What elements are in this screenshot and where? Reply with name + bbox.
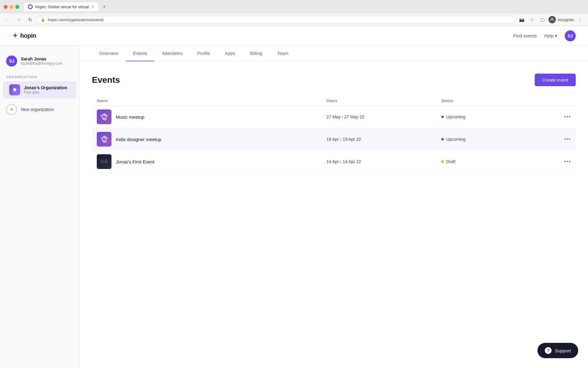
event-name-cell: Jonas's First Event <box>97 154 326 169</box>
address-bar[interactable]: 🔒 hopin.com/organizations/events <box>37 16 515 24</box>
table-header: Name Dates Status <box>92 96 576 106</box>
hopin-logo[interactable]: ✦ hopin <box>12 32 36 40</box>
table-row[interactable]: Jonas's First Event 14 Apr › 14 Apr 22 D… <box>92 151 576 173</box>
event-thumbnail-purple: 👻 <box>97 132 111 147</box>
browser-toolbar: ← → ↻ 🔒 hopin.com/organizations/events 📷… <box>0 13 588 26</box>
split-view-button[interactable]: ▢ <box>538 15 547 24</box>
tab-attendees[interactable]: Attendees <box>154 46 190 61</box>
events-table: Name Dates Status 👻 Music meetup <box>92 96 576 173</box>
sidebar-user: SJ Sarah Jonas 81d49065@moodjoy.com <box>0 52 79 73</box>
event-name: Music meetup <box>116 114 144 120</box>
status-dot-draft <box>441 160 444 163</box>
camera-off-button[interactable]: 📷 <box>517 15 526 24</box>
new-org-plus-icon: + <box>6 104 17 115</box>
events-title: Events <box>92 75 120 85</box>
browser-actions: 📷 ☆ ▢ Incognito ⋮ <box>517 15 584 24</box>
forward-button[interactable]: → <box>15 15 23 24</box>
tab-events[interactable]: Events <box>126 46 155 61</box>
event-more-button[interactable]: ••• <box>556 159 571 165</box>
event-name: Jonas's First Event <box>116 159 154 164</box>
create-event-button[interactable]: Create event <box>535 74 576 86</box>
close-dot[interactable] <box>4 5 8 9</box>
sidebar-user-avatar: SJ <box>6 56 17 67</box>
browser-dots <box>4 5 19 9</box>
new-organization-button[interactable]: + New organization <box>0 101 79 118</box>
event-more-button[interactable]: ••• <box>556 114 571 120</box>
sidebar-org-info: Jonas's Organization Free plan <box>24 85 67 94</box>
event-status: Upcoming <box>441 114 556 119</box>
reload-button[interactable]: ↻ <box>26 15 34 24</box>
status-text: Draft <box>446 159 455 164</box>
sidebar-user-info: Sarah Jonas 81d49065@moodjoy.com <box>21 56 62 66</box>
table-row[interactable]: 👻 Indie designer meetup 19 Apr › 19 Apr … <box>92 128 576 151</box>
support-button[interactable]: ? Support <box>537 343 578 358</box>
sidebar: SJ Sarah Jonas 81d49065@moodjoy.com ORGA… <box>0 46 80 368</box>
event-thumbnail: 👻 <box>97 109 111 124</box>
sidebar-org-item[interactable]: Jonas's Organization Free plan <box>3 81 76 98</box>
event-dates: 27 May › 27 May 22 <box>326 114 441 119</box>
event-dates: 14 Apr › 14 Apr 22 <box>326 159 441 164</box>
help-button[interactable]: Help ▾ <box>544 33 557 39</box>
svg-point-0 <box>29 5 32 8</box>
back-button[interactable]: ← <box>4 15 12 24</box>
address-text: hopin.com/organizations/events <box>48 17 104 22</box>
col-header-name: Name <box>97 98 326 103</box>
status-dot-upcoming <box>441 116 444 118</box>
hopin-logo-text: hopin <box>20 32 36 39</box>
org-icon <box>9 84 20 95</box>
sidebar-user-email: 81d49065@moodjoy.com <box>21 61 62 66</box>
tab-favicon <box>28 4 33 9</box>
minimize-dot[interactable] <box>9 5 13 9</box>
new-org-label: New organization <box>21 107 54 112</box>
tab-team[interactable]: Team <box>270 46 296 61</box>
col-header-status: Status <box>441 98 556 103</box>
table-row[interactable]: 👻 Music meetup 27 May › 27 May 22 Upcomi… <box>92 106 576 128</box>
event-status: Draft <box>441 159 556 164</box>
menu-button[interactable]: ⋮ <box>576 15 584 24</box>
event-name-cell: 👻 Indie designer meetup <box>97 132 326 147</box>
bookmark-button[interactable]: ☆ <box>528 15 536 24</box>
sidebar-org-name: Jonas's Organization <box>24 85 67 90</box>
event-thumbnail <box>97 154 111 169</box>
lock-icon: 🔒 <box>41 17 45 22</box>
tab-close-button[interactable]: ✕ <box>91 5 94 9</box>
tab-title: Hopin: Online venue for virtual <box>35 5 89 9</box>
tab-overview[interactable]: Overview <box>92 46 126 61</box>
event-thumbnail: 👻 <box>97 132 111 147</box>
events-header: Events Create event <box>92 74 576 86</box>
find-events-link[interactable]: Find events <box>513 33 537 38</box>
col-header-actions <box>556 98 571 103</box>
tab-apps[interactable]: Apps <box>217 46 243 61</box>
status-text: Upcoming <box>446 114 466 119</box>
events-content: Events Create event Name Dates Status 👻 <box>80 61 588 185</box>
tab-profile[interactable]: Profile <box>190 46 218 61</box>
event-name-cell: 👻 Music meetup <box>97 109 326 124</box>
event-thumbnail-purple: 👻 <box>97 109 111 124</box>
ghost-icon: 👻 <box>100 136 108 143</box>
svg-point-3 <box>101 160 104 163</box>
new-tab-button[interactable]: + <box>100 3 108 11</box>
browser-titlebar: Hopin: Online venue for virtual ✕ + <box>0 0 588 13</box>
sidebar-section-label: ORGANIZATIONS <box>0 73 79 81</box>
sidebar-org-plan: Free plan <box>24 90 67 94</box>
event-dates: 19 Apr › 19 Apr 22 <box>326 137 441 142</box>
help-label: Help <box>544 33 554 38</box>
app-header: ✦ hopin Find events Help ▾ SJ <box>0 26 588 46</box>
event-status: Upcoming <box>441 137 556 142</box>
tab-billing[interactable]: Billing <box>243 46 270 61</box>
chevron-down-icon: ▾ <box>555 33 557 39</box>
hopin-logo-icon: ✦ <box>12 32 18 40</box>
user-avatar[interactable]: SJ <box>565 30 576 41</box>
main-content: Overview Events Attendees Profile Apps B… <box>80 46 588 368</box>
event-name: Indie designer meetup <box>116 137 161 142</box>
browser-chrome: Hopin: Online venue for virtual ✕ + ← → … <box>0 0 588 26</box>
support-icon: ? <box>545 347 552 354</box>
col-header-dates: Dates <box>326 98 441 103</box>
browser-profile: Incognito <box>548 15 574 24</box>
ghost-icon: 👻 <box>100 113 108 121</box>
sidebar-user-name: Sarah Jonas <box>21 56 62 61</box>
maximize-dot[interactable] <box>15 5 19 9</box>
app-layout: SJ Sarah Jonas 81d49065@moodjoy.com ORGA… <box>0 46 588 368</box>
browser-tab[interactable]: Hopin: Online venue for virtual ✕ <box>24 2 98 11</box>
event-more-button[interactable]: ••• <box>556 136 571 143</box>
